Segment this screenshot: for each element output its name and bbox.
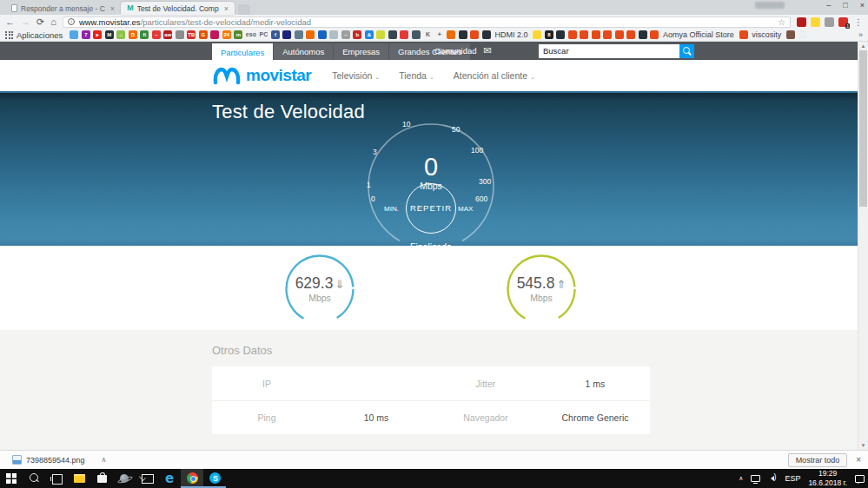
community-link[interactable]: Comunidad [434, 46, 477, 56]
bookmark-favicon[interactable] [210, 30, 219, 39]
start-icon[interactable] [0, 469, 23, 488]
window-maximize-button[interactable]: □ [843, 1, 847, 10]
extension-icon[interactable]: 1 [838, 17, 848, 27]
apps-label[interactable]: Aplicaciones [17, 30, 63, 40]
bookmark-favicon[interactable] [626, 30, 635, 39]
repeat-button[interactable]: REPETIR [406, 183, 456, 234]
site-search-button[interactable] [679, 44, 694, 58]
bookmark-favicon[interactable] [482, 30, 491, 39]
scroll-down-icon[interactable]: ▼ [858, 441, 868, 450]
bookmark-favicon[interactable] [329, 30, 338, 39]
bookmark-favicon[interactable] [798, 30, 807, 39]
bookmark-favicon[interactable] [282, 30, 291, 39]
bookmark-favicon[interactable]: m [234, 30, 242, 39]
bookmark-favicon[interactable] [295, 30, 303, 39]
bookmark-favicon[interactable] [615, 30, 624, 39]
taskview-icon[interactable] [45, 469, 68, 488]
window-close-button[interactable]: × [860, 1, 865, 10]
bookmark-favicon[interactable]: ~ [152, 30, 161, 39]
browser-tab-2[interactable]: M Test de Velocidad. Comp × [121, 2, 235, 15]
page-info-icon[interactable]: i [68, 18, 75, 25]
shelf-close-icon[interactable]: × [856, 455, 861, 465]
bookmark-favicon[interactable]: f [271, 30, 280, 39]
bookmark-item[interactable]: HDMI 2.0 [494, 30, 527, 39]
nav-link-television[interactable]: Televisión⌄ [332, 70, 380, 81]
skype-icon[interactable] [203, 469, 226, 488]
bookmark-favicon[interactable]: 7 [82, 30, 90, 39]
bookmark-favicon[interactable]: eso [246, 30, 256, 39]
bookmark-favicon[interactable] [650, 30, 659, 39]
bookmark-favicon[interactable] [388, 30, 397, 39]
page-scrollbar[interactable]: ▲ ▼ [858, 42, 868, 450]
bookmark-favicon[interactable] [786, 30, 795, 39]
bookmark-favicon[interactable] [603, 30, 612, 39]
bookmark-favicon[interactable] [176, 30, 184, 39]
bookmark-favicon[interactable] [739, 30, 748, 39]
bookmark-favicon[interactable] [568, 30, 577, 39]
bookmark-favicon[interactable]: aw [163, 30, 172, 39]
bookmark-favicon[interactable] [470, 30, 479, 39]
bookmark-favicon[interactable] [70, 30, 78, 39]
tab-close-icon[interactable]: × [224, 4, 229, 13]
bookmark-favicon[interactable] [459, 30, 467, 39]
bookmark-favicon[interactable] [592, 30, 600, 39]
extension-icon[interactable] [797, 17, 806, 27]
address-bar[interactable]: i www.movistar.es/particulares/test-de-v… [63, 16, 791, 28]
tab-close-icon[interactable]: × [110, 4, 115, 13]
planet-icon[interactable] [113, 469, 136, 488]
browser-tab-1[interactable]: Responder a mensaje - C × [5, 2, 121, 15]
bookmark-favicon[interactable]: ⌂ [116, 30, 125, 39]
browser-menu-icon[interactable]: ⋮ [854, 17, 863, 27]
nav-link-tienda[interactable]: Tienda⌄ [399, 70, 434, 81]
mail-icon[interactable] [136, 469, 158, 488]
bookmark-favicon[interactable]: + [435, 30, 444, 39]
bookmark-star-icon[interactable]: ☆ [778, 17, 785, 27]
notification-center-icon[interactable] [855, 475, 865, 483]
bookmark-favicon[interactable] [318, 30, 327, 39]
explorer-icon[interactable] [68, 469, 90, 488]
bookmark-favicon[interactable]: M [105, 30, 114, 39]
search-icon[interactable] [23, 469, 45, 488]
movistar-logo[interactable]: movistar [212, 66, 311, 85]
chrome-icon[interactable] [181, 469, 203, 488]
bookmark-favicon[interactable]: PC [259, 30, 268, 39]
bookmark-favicon[interactable] [400, 30, 408, 39]
store-icon[interactable] [90, 469, 113, 488]
network-icon[interactable] [751, 475, 760, 482]
language-indicator[interactable]: ESP [785, 474, 800, 483]
tab-particulares[interactable]: Particulares [212, 43, 273, 62]
forward-button[interactable]: → [21, 17, 30, 27]
volume-icon[interactable] [768, 474, 777, 483]
bookmark-item[interactable]: Aomya Official Store [663, 30, 734, 39]
bookmark-favicon[interactable] [376, 30, 385, 39]
bookmark-favicon[interactable]: G [199, 30, 208, 39]
bookmark-favicon[interactable]: ▸ [93, 30, 102, 39]
tab-autonomos[interactable]: Autónomos [274, 43, 333, 60]
downloaded-file-chip[interactable]: 7398859544.png ∧ [7, 451, 111, 469]
window-minimize-button[interactable]: – [826, 1, 831, 10]
bookmark-favicon[interactable]: – [341, 30, 350, 39]
bookmark-favicon[interactable] [556, 30, 565, 39]
bookmark-favicon[interactable] [412, 30, 421, 39]
bookmark-favicon[interactable] [533, 30, 541, 39]
bookmark-favicon[interactable]: fi [140, 30, 149, 39]
bookmark-favicon[interactable] [447, 30, 455, 39]
tray-expand-icon[interactable]: ∧ [739, 475, 743, 482]
reload-button[interactable]: ⟳ [36, 17, 44, 27]
site-search-input[interactable]: Buscar [539, 44, 679, 58]
bookmark-favicon[interactable]: TB [187, 30, 195, 39]
bookmark-favicon[interactable]: 24 [222, 30, 231, 39]
extension-icon[interactable] [811, 17, 820, 27]
bookmark-favicon[interactable]: D [129, 30, 137, 39]
apps-grid-icon[interactable] [5, 31, 13, 39]
bookmark-item[interactable]: viscosity [752, 30, 781, 39]
scroll-up-icon[interactable]: ▲ [858, 42, 868, 50]
home-button[interactable]: ⌂ [50, 17, 56, 27]
edge-icon[interactable] [158, 469, 181, 488]
clock[interactable]: 19:29 16.6.2018 г. [808, 469, 847, 487]
file-menu-chevron-icon[interactable]: ∧ [102, 456, 107, 464]
bookmark-favicon[interactable]: K [423, 30, 432, 39]
bookmark-favicon[interactable] [580, 30, 588, 39]
extension-icon[interactable] [825, 17, 834, 27]
bookmark-favicon[interactable]: 8 [545, 30, 553, 39]
